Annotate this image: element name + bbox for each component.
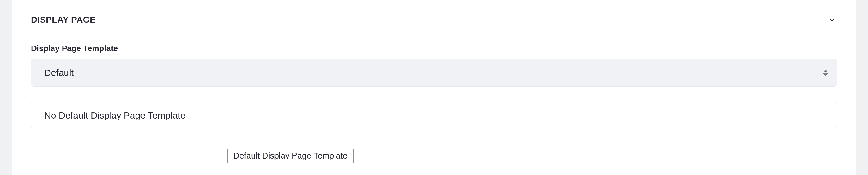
display-page-panel: DISPLAY PAGE Display Page Template Defau… xyxy=(12,0,856,175)
no-default-template-text: No Default Display Page Template xyxy=(44,110,185,121)
default-template-tooltip: Default Display Page Template xyxy=(227,149,354,163)
display-page-template-select-wrap: Default xyxy=(31,59,837,87)
default-template-tooltip-text: Default Display Page Template xyxy=(233,151,347,161)
no-default-template-info: No Default Display Page Template xyxy=(31,101,837,129)
display-page-template-select[interactable]: Default xyxy=(31,59,837,87)
section-header[interactable]: DISPLAY PAGE xyxy=(31,15,837,30)
page-background: DISPLAY PAGE Display Page Template Defau… xyxy=(0,0,868,175)
display-page-template-label: Display Page Template xyxy=(31,44,837,53)
section-title: DISPLAY PAGE xyxy=(31,15,96,25)
display-page-template-selected-value: Default xyxy=(44,67,74,78)
chevron-down-icon[interactable] xyxy=(827,15,837,25)
